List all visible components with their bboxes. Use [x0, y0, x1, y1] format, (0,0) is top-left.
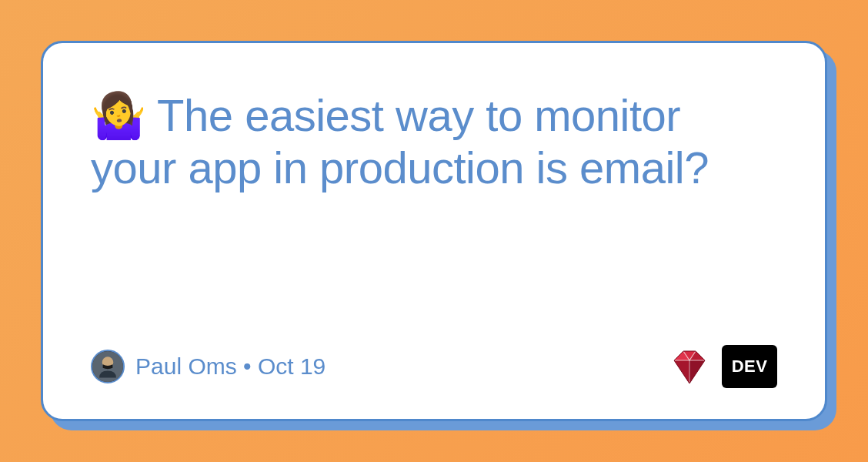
post-title: 🤷‍♀️ The easiest way to monitor your app… [91, 89, 777, 195]
dev-badge: DEV [722, 345, 777, 388]
post-date: Oct 19 [258, 353, 326, 379]
title-text: The easiest way to monitor your app in p… [91, 90, 709, 192]
logo-group: DEV [668, 345, 777, 388]
card-footer: Paul Oms • Oct 19 [91, 345, 777, 388]
social-card: 🤷‍♀️ The easiest way to monitor your app… [41, 41, 827, 421]
title-emoji: 🤷‍♀️ [91, 90, 146, 140]
meta-separator: • [243, 353, 252, 379]
card-body: 🤷‍♀️ The easiest way to monitor your app… [41, 41, 827, 421]
author-avatar [91, 350, 125, 383]
dev-badge-text: DEV [732, 357, 768, 377]
author-name: Paul Oms [135, 353, 237, 379]
ruby-icon [668, 346, 711, 387]
author-block: Paul Oms • Oct 19 [91, 350, 326, 383]
avatar-icon [92, 351, 123, 382]
author-meta: Paul Oms • Oct 19 [135, 353, 326, 380]
